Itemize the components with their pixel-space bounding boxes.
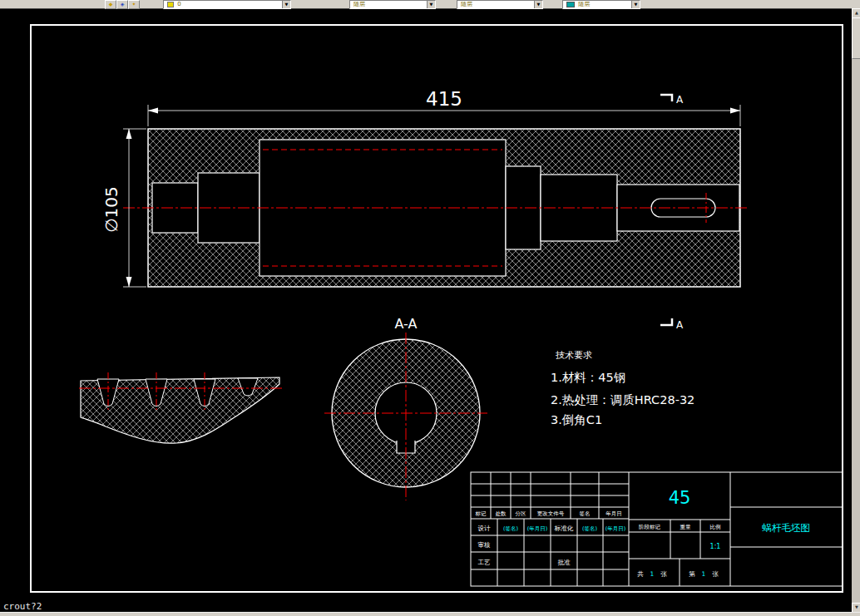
tech-req-item-1: 1.材料：45钢 bbox=[551, 371, 625, 384]
sheet-index-label: 第 bbox=[689, 570, 695, 578]
chevron-down-icon[interactable]: ▼ bbox=[631, 1, 640, 8]
drawing-svg[interactable]: 415 ∅105 A A A-A 技术要求 bbox=[0, 8, 852, 613]
scale-value: 1:1 bbox=[710, 543, 721, 550]
chevron-down-icon[interactable]: ▼ bbox=[427, 1, 435, 8]
sign-placeholder: (签名) bbox=[503, 525, 518, 532]
layer-combo[interactable]: 0 ▼ bbox=[163, 0, 291, 9]
row-design: 设计 bbox=[478, 525, 492, 532]
col-sign: 签名 bbox=[580, 510, 591, 517]
sheet-unit: 张 bbox=[660, 570, 667, 578]
cad-viewport[interactable]: 415 ∅105 A A A-A 技术要求 bbox=[0, 8, 852, 613]
drawing-title: 蜗杆毛坯图 bbox=[762, 522, 810, 534]
worm-thread-detail-view bbox=[79, 372, 283, 443]
row-check: 审核 bbox=[478, 541, 492, 549]
linetype-combo[interactable]: 随层 ▼ bbox=[457, 0, 543, 9]
lineweight-combo[interactable]: 随层 ▼ bbox=[562, 0, 640, 9]
main-shaft-view bbox=[123, 129, 749, 287]
col-count: 处数 bbox=[496, 510, 507, 517]
lineweight-combo-value: 随层 bbox=[578, 1, 590, 7]
row-std: 标准化 bbox=[554, 525, 574, 532]
section-view-a-a bbox=[324, 333, 487, 500]
color-combo[interactable]: 随层 ▼ bbox=[349, 0, 436, 9]
stage-mark-label: 阶段标记 bbox=[639, 524, 661, 530]
sheet-total-value: 1 bbox=[650, 570, 655, 578]
title-block-text: 标记 处数 分区 更改文件号 签名 年月日 设计 (签名) (年月日) 标准化 … bbox=[475, 488, 810, 578]
section-mark-bottom: A bbox=[660, 318, 684, 331]
date-placeholder: (年月日) bbox=[605, 525, 626, 532]
scale-label: 比例 bbox=[710, 524, 721, 530]
section-mark-top-label: A bbox=[676, 94, 684, 106]
dim-length-label: 415 bbox=[426, 88, 462, 110]
chevron-down-icon[interactable]: ▼ bbox=[534, 1, 542, 8]
date-placeholder: (年月日) bbox=[527, 525, 548, 532]
layer-state-icon[interactable]: ◈ bbox=[116, 0, 128, 9]
lineweight-swatch bbox=[566, 2, 575, 7]
technical-requirements: 技术要求 1.材料：45钢 2.热处理：调质HRC28-32 3.倒角C1 bbox=[551, 350, 694, 426]
layer-color-chip bbox=[167, 2, 174, 7]
layer-combo-value: 0 bbox=[177, 1, 180, 7]
col-doc: 更改文件号 bbox=[537, 510, 565, 517]
row-approve: 批准 bbox=[558, 559, 571, 566]
scrollbar-thumb[interactable] bbox=[852, 17, 860, 59]
col-date: 年月日 bbox=[605, 510, 622, 517]
tech-req-item-2: 2.热处理：调质HRC28-32 bbox=[551, 393, 694, 407]
section-view-title: A-A bbox=[395, 316, 418, 332]
section-mark-bottom-label: A bbox=[676, 319, 684, 331]
col-zone: 分区 bbox=[516, 510, 527, 517]
dim-diameter-label: ∅105 bbox=[101, 186, 121, 233]
sign-placeholder: (签名) bbox=[582, 525, 597, 532]
chevron-down-icon[interactable]: ▼ bbox=[282, 1, 290, 8]
weight-label: 重量 bbox=[680, 524, 692, 530]
sheet-unit: 张 bbox=[712, 570, 719, 578]
command-line[interactable]: crout?2 bbox=[3, 601, 42, 612]
col-mark: 标记 bbox=[475, 510, 487, 517]
sheet-index-value: 1 bbox=[702, 570, 706, 578]
command-line-text: crout?2 bbox=[3, 601, 42, 612]
tech-req-title: 技术要求 bbox=[556, 350, 592, 361]
sheet-total-label: 共 bbox=[637, 570, 644, 578]
object-properties-toolbar: ◆ ◈ ✦ 0 ▼ 随层 ▼ 随层 ▼ 随层 ▼ bbox=[0, 0, 860, 9]
make-layer-current-icon[interactable]: ✦ bbox=[128, 0, 140, 9]
material-value: 45 bbox=[669, 488, 691, 508]
layers-icon[interactable]: ◆ bbox=[105, 0, 116, 9]
tech-req-item-3: 3.倒角C1 bbox=[551, 413, 602, 426]
linetype-combo-value: 随层 bbox=[461, 1, 472, 7]
vertical-scrollbar[interactable]: ▲ ▼ bbox=[852, 8, 860, 613]
status-bar bbox=[0, 612, 860, 616]
color-combo-value: 随层 bbox=[353, 1, 365, 7]
section-mark-top: A bbox=[660, 94, 684, 106]
row-process: 工艺 bbox=[478, 559, 492, 566]
